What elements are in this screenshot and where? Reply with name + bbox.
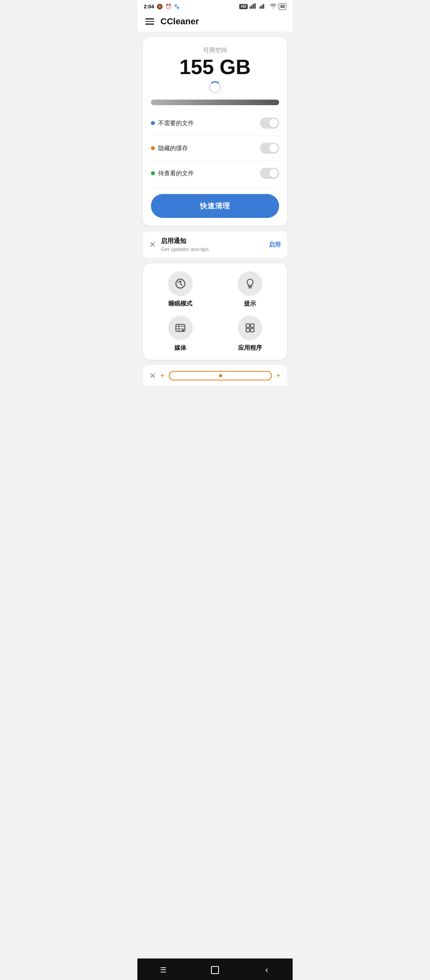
app-title: CCleaner <box>160 16 199 27</box>
media-icon <box>174 322 186 334</box>
toggle-item-cache: 隐藏的缓存 <box>151 137 279 159</box>
storage-progress <box>151 100 279 105</box>
extra-icon: 🐾 <box>174 4 180 9</box>
top-bar: CCleaner <box>137 12 293 31</box>
svg-point-12 <box>182 330 183 331</box>
media-icon-circle <box>168 316 193 340</box>
svg-rect-15 <box>246 328 250 332</box>
status-bar: 2:04 🔕 ⏰ 🐾 HD 50 <box>137 0 293 12</box>
feature-grid: 睡眠模式 提示 <box>149 271 281 352</box>
dot-orange <box>151 146 155 150</box>
notification-text: 启用通知 Get updates and tips. <box>161 237 264 252</box>
dot-green <box>151 171 155 175</box>
feature-item-sleep[interactable]: 睡眠模式 <box>149 271 211 308</box>
feature-item-tips[interactable]: 提示 <box>219 271 281 308</box>
feature-item-apps[interactable]: 应用程序 <box>219 316 281 352</box>
bottom-dot <box>219 374 222 377</box>
svg-rect-16 <box>250 328 254 332</box>
svg-rect-14 <box>250 324 254 327</box>
feature-label-apps: 应用程序 <box>238 344 262 352</box>
menu-button[interactable] <box>145 18 154 25</box>
battery-indicator: 50 <box>279 3 286 10</box>
sleep-icon <box>174 278 186 290</box>
apps-icon <box>244 322 256 334</box>
alarm-icon: ⏰ <box>165 4 172 10</box>
toggle-cache[interactable] <box>260 143 279 154</box>
notification-close-button[interactable]: ✕ <box>149 240 156 249</box>
svg-rect-7 <box>264 3 266 9</box>
toggle-label-files: 待查看的文件 <box>158 170 194 177</box>
bottom-bar-pill[interactable] <box>169 371 272 380</box>
svg-rect-5 <box>261 5 262 9</box>
storage-label: 可用空间 <box>151 47 279 54</box>
plus-right-icon: + <box>276 371 281 380</box>
feature-label-sleep: 睡眠模式 <box>168 300 192 308</box>
notification-enable-button[interactable]: 启用 <box>269 241 281 249</box>
main-content: 可用空间 155 GB 不需要的文件 隐藏的缓存 <box>137 31 293 386</box>
feature-item-media[interactable]: 媒体 <box>149 316 211 352</box>
svg-rect-2 <box>253 4 254 9</box>
status-time: 2:04 <box>144 4 154 10</box>
apps-icon-circle <box>238 316 262 340</box>
toggle-label-unnecessary: 不需要的文件 <box>158 120 194 127</box>
toggle-files[interactable] <box>260 168 279 179</box>
feature-card: 睡眠模式 提示 <box>143 263 287 360</box>
lightbulb-icon <box>244 278 256 290</box>
storage-value: 155 GB <box>151 57 279 77</box>
clean-button[interactable]: 快速清理 <box>151 194 279 218</box>
svg-rect-1 <box>251 5 252 9</box>
spinner <box>209 81 221 93</box>
feature-label-media: 媒体 <box>174 344 186 352</box>
progress-bar-track <box>151 100 279 105</box>
signal-icon <box>250 3 258 10</box>
toggle-label-cache: 隐藏的缓存 <box>158 145 188 152</box>
toggle-item-files: 待查看的文件 <box>151 163 279 184</box>
tips-icon-circle <box>238 271 262 296</box>
mute-icon: 🔕 <box>156 4 163 10</box>
toggle-unnecessary[interactable] <box>260 118 279 129</box>
plus-left-icon: + <box>160 371 165 380</box>
dot-blue <box>151 121 155 125</box>
svg-rect-0 <box>250 6 251 9</box>
svg-rect-4 <box>260 6 261 9</box>
svg-rect-3 <box>254 3 256 9</box>
notification-title: 启用通知 <box>161 237 264 245</box>
wifi-icon <box>270 3 277 10</box>
toggle-list: 不需要的文件 隐藏的缓存 待查看的文件 <box>151 112 279 184</box>
notification-subtitle: Get updates and tips. <box>161 246 264 252</box>
svg-rect-13 <box>246 324 250 327</box>
toggle-item-unnecessary: 不需要的文件 <box>151 112 279 134</box>
storage-card: 可用空间 155 GB 不需要的文件 隐藏的缓存 <box>143 37 287 226</box>
hd-badge: HD <box>239 4 247 9</box>
bottom-banner: ✕ + + <box>143 365 287 386</box>
feature-label-tips: 提示 <box>244 300 256 308</box>
sleep-icon-circle <box>168 271 193 296</box>
status-indicators: HD 50 <box>239 3 286 10</box>
signal2-icon <box>260 3 268 10</box>
loading-spinner <box>151 81 279 93</box>
bottom-banner-close[interactable]: ✕ <box>149 371 156 380</box>
notification-banner: ✕ 启用通知 Get updates and tips. 启用 <box>143 231 287 258</box>
svg-rect-6 <box>263 4 264 9</box>
